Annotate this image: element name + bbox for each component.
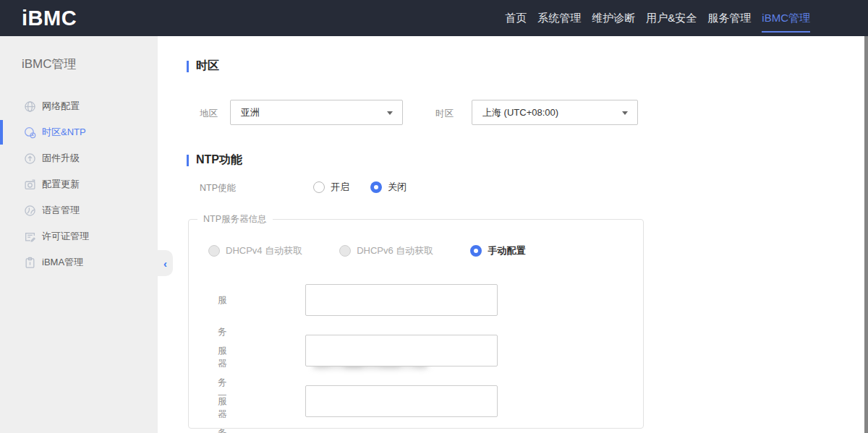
timezone-icon <box>24 127 36 139</box>
region-label: 地区 <box>200 108 218 120</box>
app-logo: iBMC <box>22 7 77 30</box>
sidebar-item-label: 许可证管理 <box>42 230 89 243</box>
region-select-value: 亚洲 <box>241 106 260 119</box>
top-nav: 首页 系统管理 维护诊断 用户&安全 服务管理 iBMC管理 <box>505 0 810 36</box>
chevron-down-icon <box>622 111 628 115</box>
sidebar-item-label: 语言管理 <box>42 204 80 217</box>
ntp-enable-radio-group: 开启 关闭 <box>313 181 407 194</box>
radio-dhcpv4-auto: DHCPv4 自动获取 <box>208 244 302 257</box>
timezone-select[interactable]: 上海 (UTC+08:00) <box>472 100 638 125</box>
radio-ntp-off[interactable]: 关闭 <box>370 181 407 194</box>
server-two-input[interactable] <box>305 335 498 366</box>
sidebar-item-label: iBMA管理 <box>42 256 83 269</box>
sidebar-item-timezone-ntp[interactable]: 时区&NTP <box>0 119 158 145</box>
chevron-left-icon: ‹ <box>163 258 167 269</box>
sidebar: iBMC管理 网络配置 时区&NTP <box>0 36 158 433</box>
sidebar-item-ibma-management[interactable]: iBMA管理 <box>0 249 158 275</box>
sidebar-item-firmware-upgrade[interactable]: 固件升级 <box>0 145 158 171</box>
section-heading: NTP功能 <box>196 153 242 168</box>
radio-ntp-on[interactable]: 开启 <box>313 181 349 194</box>
sidebar-item-label: 配置更新 <box>42 178 80 191</box>
scrollbar[interactable] <box>864 36 868 433</box>
radio-selected-icon <box>370 181 382 193</box>
ntp-server-group: NTP服务器信息 DHCPv4 自动获取 DHCPv6 自动获取 手动配置 服务… <box>188 213 644 429</box>
ntp-enable-label: NTP使能 <box>200 182 236 194</box>
sidebar-item-label: 网络配置 <box>42 100 80 113</box>
firmware-upgrade-icon <box>24 153 36 165</box>
config-update-icon <box>24 179 36 191</box>
ntp-section-title: NTP功能 <box>187 153 242 168</box>
language-icon <box>24 205 36 217</box>
timezone-select-value: 上海 (UTC+08:00) <box>482 106 558 119</box>
content-area: 时区 地区 亚洲 时区 上海 (UTC+08:00) NTP功能 NTP使能 开… <box>158 36 865 433</box>
nav-service-management[interactable]: 服务管理 <box>707 0 751 36</box>
region-select[interactable]: 亚洲 <box>230 100 403 125</box>
chevron-down-icon <box>387 111 393 115</box>
ibmc-app: iBMC 首页 系统管理 维护诊断 用户&安全 服务管理 iBMC管理 iBMC… <box>0 0 868 433</box>
ntp-server-group-legend: NTP服务器信息 <box>197 213 273 226</box>
radio-unselected-icon <box>313 181 325 193</box>
radio-disabled-icon <box>208 245 220 257</box>
timezone-label: 时区 <box>435 108 454 120</box>
section-accent-bar <box>187 61 189 72</box>
nav-ibmc-management[interactable]: iBMC管理 <box>762 0 810 36</box>
nav-system-management[interactable]: 系统管理 <box>537 0 581 36</box>
sidebar-collapse-button[interactable]: ‹ <box>158 250 173 276</box>
sidebar-title: iBMC管理 <box>22 56 158 72</box>
radio-manual-config[interactable]: 手动配置 <box>470 244 525 257</box>
radio-dhcpv6-auto: DHCPv6 自动获取 <box>339 244 433 257</box>
sidebar-item-language-management[interactable]: 语言管理 <box>0 197 158 223</box>
radio-selected-icon <box>470 245 482 257</box>
license-icon <box>24 231 36 243</box>
sidebar-item-config-update[interactable]: 配置更新 <box>0 171 158 197</box>
server-one-input[interactable] <box>305 284 498 316</box>
nav-home[interactable]: 首页 <box>505 0 527 36</box>
section-heading: 时区 <box>196 59 219 74</box>
server-three-input[interactable] <box>305 385 498 417</box>
network-icon <box>24 100 36 113</box>
ntp-server-mode-radio-group: DHCPv4 自动获取 DHCPv6 自动获取 手动配置 <box>208 244 525 257</box>
server-three-label: 服务器三 <box>218 385 227 433</box>
top-bar: iBMC 首页 系统管理 维护诊断 用户&安全 服务管理 iBMC管理 <box>0 0 868 36</box>
sidebar-item-license-management[interactable]: 许可证管理 <box>0 223 158 249</box>
timezone-section-title: 时区 <box>187 59 219 74</box>
nav-user-security[interactable]: 用户&安全 <box>646 0 697 36</box>
nav-maintenance-diagnosis[interactable]: 维护诊断 <box>592 0 635 36</box>
sidebar-item-label: 时区&NTP <box>42 126 86 139</box>
ibma-icon <box>24 257 36 269</box>
section-accent-bar <box>187 155 189 166</box>
sidebar-item-label: 固件升级 <box>42 152 80 165</box>
sidebar-menu: 网络配置 时区&NTP 固件升级 <box>0 93 158 275</box>
sidebar-item-network-config[interactable]: 网络配置 <box>0 93 158 119</box>
radio-disabled-icon <box>339 245 351 257</box>
